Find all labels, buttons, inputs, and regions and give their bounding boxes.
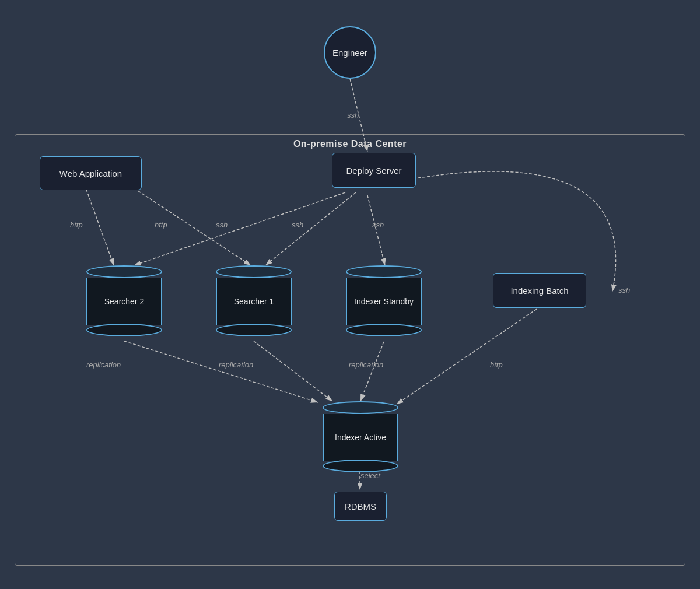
- searcher2-cylinder-body: Searcher 2: [86, 278, 162, 325]
- edge-label-ssh-deploy-searcher2: ssh: [216, 220, 228, 229]
- edge-label-ssh-deploy-searcher1: ssh: [292, 220, 303, 229]
- indexer-active-node: Indexer Active: [323, 401, 398, 472]
- edge-label-ssh-deploy-indexer: ssh: [372, 220, 384, 229]
- edge-label-select: select: [360, 471, 380, 480]
- deploy-server-node: Deploy Server: [332, 153, 416, 188]
- indexer-active-cylinder-top: [323, 401, 398, 414]
- searcher1-cylinder-top: [216, 265, 292, 278]
- deploy-server-label: Deploy Server: [346, 166, 401, 176]
- searcher1-cylinder-body: Searcher 1: [216, 278, 292, 325]
- indexer-standby-label: Indexer Standby: [354, 297, 414, 306]
- web-application-label: Web Application: [60, 169, 122, 178]
- indexer-active-cylinder-body: Indexer Active: [323, 414, 398, 461]
- indexer-active-label: Indexer Active: [335, 433, 386, 442]
- searcher2-label: Searcher 2: [104, 297, 144, 306]
- datacenter-label: On-premise Data Center: [293, 139, 407, 149]
- indexing-batch-node: Indexing Batch: [493, 273, 586, 308]
- searcher1-node: Searcher 1: [216, 265, 292, 336]
- edge-label-ssh-eng: ssh: [347, 111, 359, 120]
- engineer-node: Engineer: [324, 26, 376, 79]
- searcher2-cylinder-top: [86, 265, 162, 278]
- searcher1-cylinder-bottom: [216, 324, 292, 336]
- edge-label-http-webapp-searcher1: http: [155, 220, 167, 229]
- indexer-standby-cylinder-top: [346, 265, 422, 278]
- diagram-container: On-premise Data Center: [0, 0, 700, 589]
- indexing-batch-label: Indexing Batch: [510, 286, 568, 296]
- edge-label-replication-searcher2: replication: [86, 360, 121, 369]
- edge-label-http-webapp-searcher2: http: [70, 220, 83, 229]
- edge-label-replication-searcher1: replication: [219, 360, 253, 369]
- edge-label-http-batch: http: [490, 360, 503, 369]
- engineer-label: Engineer: [332, 48, 368, 58]
- rdbms-node: RDBMS: [334, 492, 387, 521]
- rdbms-label: RDBMS: [345, 502, 376, 511]
- edge-label-ssh-deploy-batch: ssh: [618, 286, 630, 294]
- searcher2-node: Searcher 2: [86, 265, 162, 336]
- indexer-standby-cylinder-bottom: [346, 324, 422, 336]
- indexer-active-cylinder-bottom: [323, 460, 398, 472]
- indexer-standby-cylinder-body: Indexer Standby: [346, 278, 422, 325]
- indexer-standby-node: Indexer Standby: [346, 265, 422, 336]
- web-application-node: Web Application: [40, 156, 142, 190]
- searcher1-label: Searcher 1: [234, 297, 274, 306]
- searcher2-cylinder-bottom: [86, 324, 162, 336]
- edge-label-replication-standby: replication: [349, 360, 383, 369]
